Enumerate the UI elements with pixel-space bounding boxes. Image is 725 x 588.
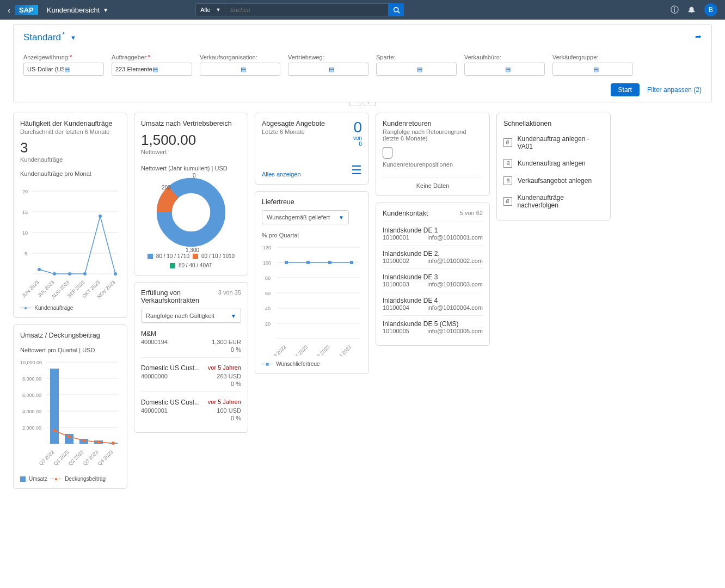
value-help-icon[interactable]: ▤ [152, 66, 189, 73]
filter-label: Verkaufsbüro: [464, 54, 545, 60]
svg-text:20: 20 [265, 321, 271, 327]
filter-input-salesorg[interactable]: ▤ [200, 63, 280, 76]
variant-dirty-indicator: * [62, 30, 65, 39]
search-scope-select[interactable]: Alle ▼ [195, 3, 225, 16]
svg-text:6,000.00: 6,000.00 [22, 393, 41, 398]
quick-action-item[interactable]: 📄︎Kundenauftrag anlegen - VA01 [503, 131, 604, 155]
card-order-frequency[interactable]: Häufigkeit der Kundenaufträge Durchschni… [13, 113, 127, 318]
card-contract-fulfillment[interactable]: 3 von 35 Erfüllung von Verkaufskontrakte… [134, 282, 248, 433]
value-help-icon[interactable]: ▤ [64, 66, 101, 73]
card-delivery-performance[interactable]: Liefertreue Wunschgemäß geliefert ▼ % pr… [255, 191, 369, 374]
contact-list-item[interactable]: Inlandskunde DE 5 (CMS)10100005info@1010… [383, 315, 483, 339]
svg-text:JUN 2023: JUN 2023 [21, 279, 40, 298]
svg-point-39 [53, 429, 56, 432]
svg-text:Q2 2023: Q2 2023 [314, 344, 330, 356]
card-rejected-quotes[interactable]: Abgesagte Angebote Letzte 6 Monate 0 von… [255, 113, 369, 185]
contact-list-item[interactable]: Inlandskunde DE 410100004info@10100004.c… [383, 292, 483, 315]
filter-input-currency[interactable]: US-Dollar (USD)▤ [23, 63, 104, 76]
svg-text:2,000.00: 2,000.00 [22, 425, 41, 431]
adapt-filters-link[interactable]: Filter anpassen (2) [647, 86, 702, 94]
chevron-down-icon[interactable]: ▼ [70, 34, 76, 41]
chart-revenue-margin: 10,000.008,000.006,000.004,000.002,000.0… [20, 357, 121, 471]
svg-text:100: 100 [263, 260, 271, 266]
svg-rect-67 [350, 261, 353, 264]
contracts-sort-select[interactable]: Rangfolge nach Gültigkeit ▼ [141, 309, 241, 323]
filter-input-office[interactable]: ▤ [464, 63, 545, 76]
delivery-select[interactable]: Wunschgemäß geliefert ▼ [262, 210, 349, 224]
value-help-icon[interactable]: ▤ [593, 66, 630, 73]
filter-label: Vertriebsweg: [288, 54, 368, 60]
svg-rect-64 [285, 261, 288, 264]
bell-icon[interactable]: 🔔︎ [687, 5, 696, 15]
svg-point-12 [53, 272, 56, 275]
svg-text:Q3 2022: Q3 2022 [38, 449, 55, 466]
svg-text:10: 10 [22, 230, 28, 236]
stack-icon: ☰ [351, 163, 362, 177]
contract-list-item[interactable]: Domestic US Cust...vor 5 Jahren 40000001… [141, 391, 241, 426]
chevron-down-icon: ▼ [339, 215, 344, 220]
svg-text:Q3 2023: Q3 2023 [82, 449, 99, 466]
filter-input-channel[interactable]: ▤ [288, 63, 368, 76]
app-title-menu[interactable]: Kundenübersicht ▼ [47, 6, 108, 14]
quick-action-item[interactable]: 📄︎Kundenauftrag anlegen [503, 155, 604, 172]
chevron-down-icon: ▼ [103, 7, 108, 13]
document-icon: 📄︎ [503, 197, 512, 206]
svg-rect-34 [50, 369, 59, 444]
filter-input-group[interactable]: ▤ [552, 63, 633, 76]
svg-rect-66 [328, 261, 331, 264]
share-icon[interactable]: ➦ [695, 32, 702, 41]
contract-list-item[interactable]: Domestic US Cust...vor 5 Jahren 40000000… [141, 357, 241, 391]
svg-point-13 [68, 272, 71, 275]
card-customer-contacts[interactable]: 5 von 62 Kundenkontakt Inlandskunde DE 1… [376, 203, 490, 346]
returns-icon [383, 147, 392, 159]
value-help-icon[interactable]: ▤ [241, 66, 278, 73]
svg-point-15 [99, 215, 102, 218]
svg-point-42 [97, 440, 100, 444]
svg-text:Q1 2023: Q1 2023 [53, 449, 70, 466]
card-revenue-margin[interactable]: Umsatz / Deckungsbeitrag Nettowert pro Q… [13, 324, 127, 489]
filter-input-division[interactable]: ▤ [376, 63, 457, 76]
go-button[interactable]: Start [611, 83, 640, 96]
svg-point-41 [82, 439, 85, 442]
svg-text:8,000.00: 8,000.00 [22, 376, 41, 382]
card-sales-area[interactable]: Umsatz nach Vertriebsbereich 1,500.00 Ne… [134, 113, 248, 275]
document-icon: 📄︎ [503, 159, 512, 168]
chevron-down-icon: ▼ [231, 313, 236, 319]
sap-logo[interactable]: SAP [15, 5, 38, 15]
svg-point-14 [83, 272, 87, 275]
show-all-link[interactable]: Alles anzeigen [262, 171, 301, 177]
svg-text:20: 20 [22, 189, 28, 194]
filter-label: Auftraggeber:* [112, 54, 192, 60]
filter-input-soldto[interactable]: 223 Elemente▤ [112, 63, 192, 76]
svg-text:10,000.00: 10,000.00 [20, 360, 42, 365]
card-customer-returns[interactable]: Kundenretouren Rangfolge nach Retourengr… [376, 113, 490, 196]
svg-text:15: 15 [22, 210, 28, 215]
filter-bar: Standard * ▼ ➦ Anzeigewährung:* US-Dolla… [13, 24, 712, 102]
svg-point-16 [114, 272, 117, 275]
contact-list-item[interactable]: Inlandskunde DE 2.10100002info@10100002.… [383, 245, 483, 268]
svg-text:5: 5 [24, 251, 27, 256]
help-icon[interactable]: ⓘ [671, 5, 679, 15]
search-input[interactable] [225, 3, 389, 16]
quick-action-item[interactable]: 📄︎Kundenaufträge nachverfolgen [503, 189, 604, 213]
value-help-icon[interactable]: ▤ [505, 66, 542, 73]
svg-line-1 [398, 11, 400, 13]
search-button[interactable] [389, 3, 404, 16]
value-help-icon[interactable]: ▤ [329, 66, 366, 73]
quick-action-item[interactable]: 📄︎Verkaufsangebot anlegen [503, 172, 604, 189]
back-icon[interactable]: ‹ [8, 5, 10, 15]
card-quick-actions: Schnellaktionen 📄︎Kundenauftrag anlegen … [496, 113, 611, 220]
filter-label: Sparte: [376, 54, 457, 60]
chart-order-frequency: 2015105 JUN 2023JUL 2023AUG 2023SEP 2023… [20, 180, 121, 300]
search-icon [393, 7, 400, 14]
avatar[interactable]: B [704, 3, 717, 16]
value-help-icon[interactable]: ▤ [417, 66, 454, 73]
contact-list-item[interactable]: Inlandskunde DE 310100003info@10100003.c… [383, 268, 483, 292]
contact-list-item[interactable]: Inlandskunde DE 110100001info@10100001.c… [383, 222, 483, 245]
svg-text:Q4 2023: Q4 2023 [97, 449, 114, 466]
variant-selector[interactable]: Standard [23, 32, 61, 43]
contract-list-item[interactable]: M&M 400001941,300 EUR 0 % [141, 323, 241, 357]
svg-point-0 [394, 7, 398, 11]
app-title: Kundenübersicht [47, 6, 100, 14]
filter-label: Verkäufergruppe: [552, 54, 633, 60]
